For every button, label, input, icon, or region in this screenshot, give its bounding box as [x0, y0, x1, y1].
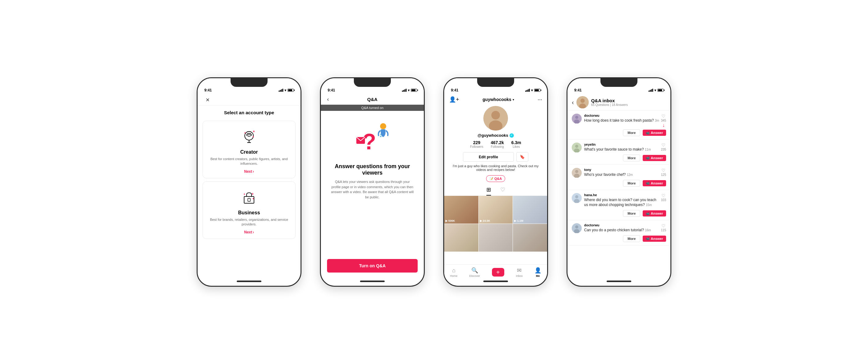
svg-point-21 — [575, 116, 578, 119]
status-bar-4: 9:41 ▾ — [567, 78, 671, 94]
time-2: 9:41 — [328, 88, 335, 92]
svg-text:+: + — [244, 131, 246, 135]
video-answer-icon-0: 📹 — [646, 131, 649, 135]
back-button-2[interactable]: ‹ — [327, 96, 329, 103]
inbox-icon: ✉ — [517, 267, 522, 274]
screen-4: ‹ Q&A inbox 65 Questions | 18 Answers — [567, 94, 671, 285]
tab-grid[interactable]: ⊞ — [487, 186, 491, 196]
nav-title-2: Q&A — [367, 97, 377, 102]
status-bar-2: 9:41 ▾ — [321, 78, 424, 94]
heart-icon-4: ♡ — [661, 223, 665, 228]
qa-question-4: Can you do a pesto chicken tutorial? 16m — [584, 228, 651, 233]
more-button-4[interactable]: More — [623, 235, 640, 242]
bottom-nav: ⌂ Home 🔍 Discover + ✉ Inbox 👤 Me — [444, 264, 547, 279]
svg-rect-1 — [248, 135, 250, 136]
qa-time-0: 3m — [655, 119, 659, 122]
business-next[interactable]: Next › — [244, 230, 254, 234]
svg-text:+: + — [244, 193, 245, 196]
qa-item-body-4: doctorwu Can you do a pesto chicken tuto… — [584, 223, 666, 242]
bookmark-button[interactable]: 🔖 — [516, 152, 528, 162]
qa-avatar-1 — [572, 142, 582, 153]
more-icon[interactable]: ··· — [537, 96, 542, 103]
heart-icon-0: ♡ — [661, 113, 665, 119]
qa-username-0: doctorwu — [584, 113, 659, 117]
status-bar-1: 9:41 ▾ — [197, 78, 301, 94]
video-thumb-6[interactable] — [513, 224, 547, 252]
qa-likes-3: ♡ 103 — [661, 193, 666, 202]
battery-icon — [287, 89, 294, 92]
back-button-4[interactable]: ‹ — [572, 99, 574, 106]
video-thumb-3[interactable]: ▶ 1.1M — [513, 196, 547, 224]
video-grid: ▶ 506K ▶ 24.5K ▶ 1.1M — [444, 196, 547, 252]
me-icon: 👤 — [534, 267, 541, 274]
video-answer-icon-4: 📹 — [646, 237, 649, 240]
status-icons-4: ▾ — [649, 88, 664, 92]
add-icon[interactable]: + — [492, 268, 504, 276]
video-thumb-4[interactable] — [444, 224, 478, 252]
profile-buttons: Edit profile 🔖 — [444, 152, 547, 162]
qa-item-3: hana.he Where did you learn to cook? can… — [567, 190, 671, 221]
qa-likes-2: ♡ 125 — [661, 168, 666, 176]
answer-button-0[interactable]: 📹 Answer — [643, 130, 666, 136]
video-count-2: ▶ 24.5K — [480, 219, 490, 222]
qa-avatar-3 — [572, 193, 582, 203]
qa-item-body-3: hana.he Where did you learn to cook? can… — [584, 193, 666, 217]
time-4: 9:41 — [574, 88, 582, 92]
heart-icon-3: ♡ — [661, 193, 665, 198]
creator-next[interactable]: Next › — [244, 169, 254, 174]
more-button-0[interactable]: More — [623, 129, 640, 136]
qa-item-4: doctorwu Can you do a pesto chicken tuto… — [567, 220, 671, 245]
video-thumb-2[interactable]: ▶ 24.5K — [479, 196, 513, 224]
video-thumb-1[interactable]: ▶ 506K — [444, 196, 478, 224]
phone-2: 9:41 ▾ ‹ Q&A Q&A turned on ? ? — [320, 77, 425, 287]
business-card[interactable]: + + ✦ Business Best for brands, retailer… — [203, 181, 296, 239]
nav-me[interactable]: 👤 Me — [534, 267, 541, 277]
username-display[interactable]: guywhocooks ▾ — [483, 97, 514, 102]
qa-time-3: 15m — [646, 203, 652, 207]
more-button-2[interactable]: More — [623, 180, 640, 187]
add-friend-icon[interactable]: 👤+ — [449, 96, 459, 103]
video-answer-icon-1: 📹 — [646, 156, 649, 160]
qa-question-1: What's your favorite sauce to make? 11m — [584, 147, 651, 152]
video-answer-icon-3: 📹 — [646, 212, 649, 215]
nav-home[interactable]: ⌂ Home — [450, 267, 458, 277]
close-button[interactable]: ✕ — [204, 96, 211, 103]
creator-card[interactable]: + + ✦ Creator Best for content creators,… — [203, 121, 296, 178]
status-icons-2: ▾ — [402, 88, 417, 92]
nav-add[interactable]: + — [492, 268, 504, 276]
qa-item-1: yeyelin What's your favorite sauce to ma… — [567, 139, 671, 165]
svg-point-13 — [380, 123, 386, 129]
nav-discover[interactable]: 🔍 Discover — [469, 267, 480, 277]
more-button-3[interactable]: More — [623, 210, 640, 217]
qa-icon: 📝 — [490, 177, 493, 180]
video-thumb-5[interactable] — [479, 224, 513, 252]
qa-illustration: ? ? — [321, 111, 424, 163]
battery-icon-3 — [534, 89, 540, 92]
qa-badge[interactable]: 📝 Q&A — [486, 175, 505, 182]
phone-3: 9:41 ▾ 👤+ guywhocooks ▾ ··· — [443, 77, 548, 287]
verified-icon: ✓ — [509, 133, 514, 138]
dropdown-icon: ▾ — [513, 98, 514, 101]
qa-item-0: doctorwu How long does it take to cook f… — [567, 110, 671, 139]
answer-button-4[interactable]: 📹 Answer — [643, 236, 666, 242]
qa-item-body-2: tony Who's your favorite chef? 12m ♡ 125 — [584, 168, 666, 187]
qa-username-3: hana.he — [584, 193, 658, 197]
qa-banner: Q&A turned on — [321, 105, 424, 111]
wifi-icon-2: ▾ — [408, 88, 410, 92]
qa-username-4: doctorwu — [584, 223, 651, 227]
nav-inbox[interactable]: ✉ Inbox — [516, 267, 523, 277]
stat-following: 467.2k Following — [491, 140, 504, 148]
answer-button-1[interactable]: 📹 Answer — [643, 155, 666, 161]
answer-button-2[interactable]: 📹 Answer — [643, 180, 666, 186]
turn-on-qa-button[interactable]: Turn on Q&A — [327, 259, 418, 272]
nav-bar-4: ‹ Q&A inbox 65 Questions | 18 Answers — [567, 94, 671, 110]
qa-time-4: 16m — [645, 229, 651, 232]
qa-items-list: doctorwu How long does it take to cook f… — [567, 110, 671, 245]
answer-button-3[interactable]: 📹 Answer — [643, 210, 666, 217]
qa-username-2: tony — [584, 168, 633, 171]
qa-likes-1: ♡ 235 — [661, 142, 666, 151]
more-button-1[interactable]: More — [623, 155, 640, 161]
signal-icon-2 — [402, 89, 407, 92]
tab-heart[interactable]: ♡ — [500, 186, 505, 196]
edit-profile-button[interactable]: Edit profile — [463, 152, 514, 162]
